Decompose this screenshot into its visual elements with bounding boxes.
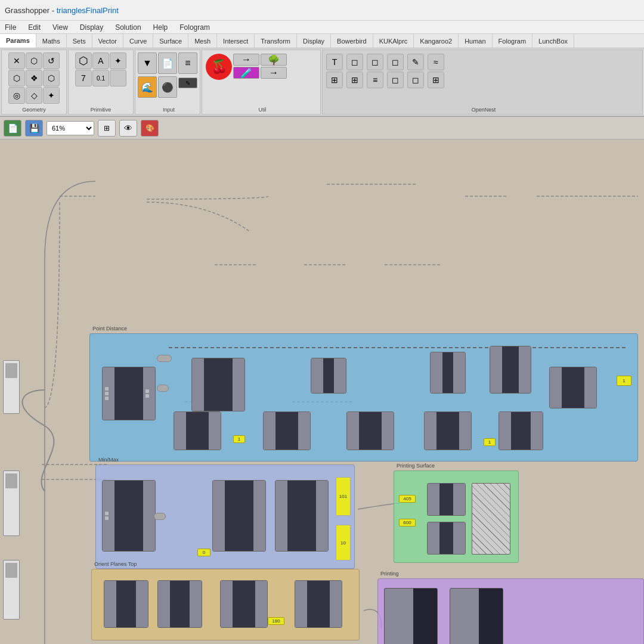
on-btn-8[interactable]: ⊞ (346, 72, 363, 88)
menu-edit[interactable]: Edit (26, 22, 43, 33)
prim-btn-2[interactable]: A (92, 52, 109, 69)
input-btn-6[interactable]: ✎ (178, 78, 197, 88)
slider-mm-2[interactable]: 10 (336, 525, 351, 561)
node-yellow-opt-180[interactable]: 180 (268, 617, 284, 625)
node-mm-3[interactable] (275, 480, 329, 552)
tool-btn-1[interactable]: ✕ (8, 52, 25, 69)
on-btn-1[interactable]: T (326, 54, 343, 70)
prim-btn-1[interactable]: ⬡ (75, 52, 92, 69)
tab-fologram[interactable]: Fologram (493, 34, 532, 48)
node-yellow-1[interactable]: 1 (617, 376, 631, 386)
on-btn-7[interactable]: ⊞ (326, 72, 343, 88)
input-btn-2[interactable]: 📄 (158, 52, 177, 74)
node-pd-4[interactable] (430, 352, 466, 394)
menu-fologram[interactable]: Fologram (177, 22, 212, 33)
node-yellow-ps-600[interactable]: 600 (399, 519, 416, 527)
tool-btn-7[interactable]: ◎ (8, 87, 25, 104)
node-pd-r2-3[interactable] (346, 411, 394, 450)
prim-btn-5[interactable]: 0.1 (92, 70, 109, 86)
grid-btn[interactable]: ⊞ (98, 120, 116, 137)
on-btn-11[interactable]: ◻ (407, 72, 424, 88)
node-pd-2[interactable] (191, 358, 245, 411)
node-yellow-ps-405[interactable]: 405 (399, 495, 416, 503)
tab-kukai[interactable]: KUKAlprc (373, 34, 414, 48)
on-btn-12[interactable]: ⊞ (428, 72, 444, 88)
input-btn-4[interactable]: 🌊 (138, 76, 157, 98)
eye-btn[interactable]: 👁 (119, 120, 137, 137)
node-pd-3[interactable] (311, 358, 346, 394)
tab-kangaroo2[interactable]: Kangaroo2 (414, 34, 459, 48)
zoom-select[interactable]: 61% (47, 121, 94, 135)
cherry-icon[interactable]: 🍒 (206, 54, 232, 80)
hatched-surface-node[interactable] (472, 483, 510, 555)
input-btn-3[interactable]: ≡ (178, 52, 197, 74)
node-opt-1[interactable] (104, 580, 148, 628)
tab-display[interactable]: Display (297, 34, 331, 48)
prim-btn-3[interactable]: ✦ (110, 52, 126, 69)
input-btn-1[interactable]: ▼ (138, 52, 157, 74)
on-btn-3[interactable]: ◻ (367, 54, 383, 70)
tool-btn-4[interactable]: ⬡ (8, 70, 25, 86)
node-opt-3[interactable] (220, 580, 268, 628)
on-btn-2[interactable]: ◻ (346, 54, 363, 70)
node-pd-r2-5[interactable] (499, 411, 543, 450)
on-btn-10[interactable]: ◻ (387, 72, 404, 88)
node-ps-1[interactable] (427, 483, 466, 516)
big-node-print-1[interactable] (384, 588, 438, 644)
arrow-right-btn[interactable]: → (233, 54, 259, 66)
node-yellow-r2-1[interactable]: 1 (233, 435, 245, 443)
node-pd-r2-4[interactable] (424, 411, 472, 450)
node-opt-2[interactable] (157, 580, 202, 628)
menu-help[interactable]: Help (151, 22, 171, 33)
tab-curve[interactable]: Curve (123, 34, 153, 48)
tool-btn-6[interactable]: ⬡ (43, 70, 60, 86)
tab-vector[interactable]: Vector (92, 34, 123, 48)
tool-btn-2[interactable]: ⬡ (26, 52, 42, 69)
node-yellow-r2-2[interactable]: 1 (484, 438, 496, 446)
on-btn-9[interactable]: ≡ (367, 72, 383, 88)
node-ps-2[interactable] (427, 522, 466, 555)
menu-display[interactable]: Display (78, 22, 106, 33)
node-opt-4[interactable] (295, 580, 342, 628)
tab-mesh[interactable]: Mesh (188, 34, 217, 48)
tab-sets[interactable]: Sets (67, 34, 92, 48)
canvas[interactable]: Point Distance (0, 140, 644, 644)
on-btn-6[interactable]: ≈ (428, 54, 444, 70)
on-btn-4[interactable]: ◻ (387, 54, 404, 70)
save-btn[interactable]: 💾 (25, 120, 43, 137)
tab-bowerbird[interactable]: Bowerbird (331, 34, 373, 48)
node-mm-2[interactable] (212, 480, 266, 552)
slider-mm-1[interactable]: 101 (336, 477, 351, 516)
tool-btn-9[interactable]: ✦ (43, 87, 60, 104)
menu-file[interactable]: File (2, 22, 18, 33)
flask-btn[interactable]: 🧪 (233, 67, 259, 79)
on-btn-5[interactable]: ✎ (407, 54, 424, 70)
new-file-btn[interactable]: 📄 (4, 120, 21, 137)
color-btn[interactable]: 🎨 (141, 120, 159, 137)
tab-params[interactable]: Params (0, 34, 36, 48)
node-pd-r2-2[interactable] (263, 411, 311, 450)
tree-btn[interactable]: 🌳 (261, 54, 287, 66)
prim-btn-4[interactable]: 7 (75, 70, 92, 86)
menu-view[interactable]: View (50, 22, 70, 33)
tab-transform[interactable]: Transform (255, 34, 297, 48)
tab-maths[interactable]: Maths (36, 34, 67, 48)
menu-solution[interactable]: Solution (113, 22, 143, 33)
tool-btn-5[interactable]: ❖ (26, 70, 42, 86)
node-pd-1[interactable] (102, 367, 156, 420)
arrow-btn[interactable]: → (261, 67, 287, 79)
node-yellow-mm-0[interactable]: 0 (197, 549, 210, 556)
input-btn-5[interactable]: ⚫ (158, 76, 177, 98)
tab-lunchbox[interactable]: LunchBox (532, 34, 574, 48)
tab-surface[interactable]: Surface (153, 34, 188, 48)
node-pd-6[interactable] (549, 367, 597, 408)
node-mm-1[interactable] (102, 480, 156, 552)
node-pd-r2-1[interactable] (174, 411, 221, 450)
tool-btn-8[interactable]: ◇ (26, 87, 42, 104)
prim-btn-6[interactable] (110, 70, 126, 86)
node-pd-5[interactable] (490, 346, 531, 394)
tab-human[interactable]: Human (459, 34, 492, 48)
tab-intersect[interactable]: Intersect (217, 34, 255, 48)
big-node-print-2[interactable] (450, 588, 503, 644)
tool-btn-3[interactable]: ↺ (43, 52, 60, 69)
